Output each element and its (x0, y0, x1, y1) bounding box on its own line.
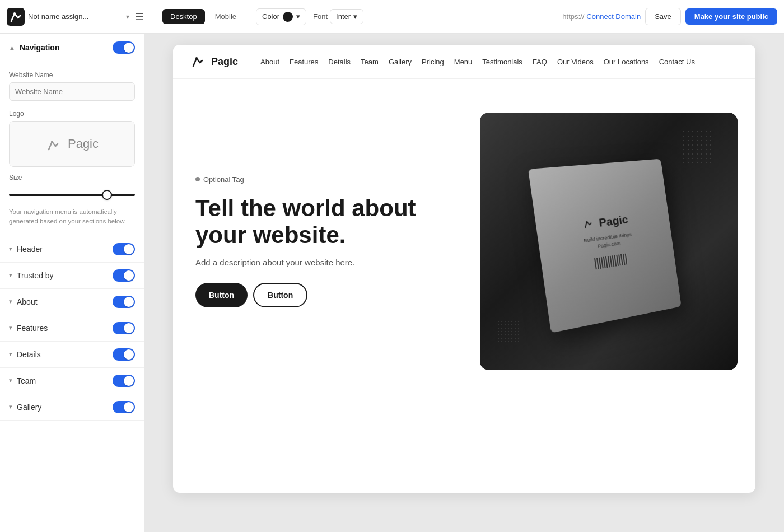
optional-tag: Optional Tag (195, 175, 458, 184)
about-chevron-icon: ▾ (9, 298, 12, 305)
navigation-section-header[interactable]: ▲ Navigation (0, 34, 144, 62)
logo-preview-inner: Pagic (45, 135, 99, 153)
color-chevron-icon: ▾ (296, 12, 300, 21)
nav-link-testimonials[interactable]: Testimonials (482, 58, 522, 66)
color-dot-icon (283, 12, 293, 22)
nav-link-faq[interactable]: FAQ (533, 58, 547, 66)
details-toggle[interactable] (113, 348, 135, 361)
website-name-field-label: Website Name (9, 71, 135, 79)
sidebar-item-gallery[interactable]: ▾ Gallery (0, 394, 144, 421)
hero-button-outline[interactable]: Button (253, 283, 307, 307)
tag-dot-icon (195, 177, 200, 181)
nav-link-about[interactable]: About (260, 58, 279, 66)
site-logo-text: Pagic (211, 56, 238, 68)
gallery-toggle[interactable] (113, 401, 135, 413)
sidebar-item-features[interactable]: ▾ Features (0, 315, 144, 342)
sidebar-item-trusted-by[interactable]: ▾ Trusted by (0, 263, 144, 289)
about-toggle[interactable] (113, 296, 135, 308)
nav-link-details[interactable]: Details (328, 58, 351, 66)
hero-title: Tell the world about your website. (195, 195, 458, 249)
navigation-label: Navigation (20, 43, 60, 52)
top-bar-center: Desktop Mobile Color ▾ Font Inter ▾ (156, 8, 558, 25)
font-selector-button[interactable]: Inter ▾ (330, 9, 363, 24)
logo-preview-text: Pagic (68, 137, 99, 151)
top-bar-left: Not name assign... ▾ ☰ (7, 0, 151, 33)
font-label: Font (313, 12, 328, 21)
connect-domain-link[interactable]: Connect Domain (586, 12, 641, 21)
logo-preview[interactable]: Pagic (9, 121, 135, 167)
color-label: Color (262, 12, 279, 21)
nav-link-menu[interactable]: Menu (454, 58, 473, 66)
size-label: Size (9, 174, 135, 181)
team-chevron-icon: ▾ (9, 377, 12, 384)
site-logo: Pagic (191, 54, 238, 69)
sidebar: ▲ Navigation Website Name Logo Pagic (0, 34, 144, 532)
features-chevron-icon: ▾ (9, 324, 12, 332)
hero-content: Optional Tag Tell the world about your w… (195, 175, 458, 308)
gallery-label: Gallery (17, 403, 41, 412)
hamburger-icon[interactable]: ☰ (135, 11, 144, 23)
nav-link-features[interactable]: Features (290, 58, 318, 66)
site-nav: Pagic About Features Details Team Galler… (173, 45, 755, 79)
header-toggle[interactable] (113, 243, 135, 255)
site-name-label: Not name assign... (28, 12, 123, 21)
size-slider[interactable] (9, 194, 135, 196)
nav-link-pricing[interactable]: Pricing (422, 58, 444, 66)
nav-link-contact[interactable]: Contact Us (659, 58, 695, 66)
font-value: Inter (336, 12, 351, 21)
product-box: Pagic Build incredible thingsPagic.com (528, 159, 682, 333)
top-bar: Not name assign... ▾ ☰ Desktop Mobile Co… (0, 0, 784, 34)
nav-hint: Your navigation menu is automatically ge… (9, 207, 135, 227)
site-name-chevron-icon[interactable]: ▾ (126, 13, 129, 21)
about-label: About (17, 297, 38, 306)
product-box-logo-text: Pagic (598, 213, 629, 230)
decoration-dots (682, 129, 715, 163)
details-chevron-icon: ▾ (9, 351, 12, 358)
svg-rect-0 (7, 8, 25, 26)
header-label: Header (17, 245, 43, 254)
svg-point-3 (195, 57, 198, 59)
product-box-logo: Pagic (582, 213, 629, 232)
nav-link-videos[interactable]: Our Videos (557, 58, 594, 66)
sidebar-item-gallery-left: ▾ Gallery (9, 403, 41, 412)
team-toggle[interactable] (113, 375, 135, 387)
sidebar-item-header-left: ▾ Header (9, 245, 43, 254)
navigation-chevron-icon: ▲ (9, 44, 15, 51)
tag-label: Optional Tag (203, 175, 244, 184)
trusted-by-toggle[interactable] (113, 269, 135, 282)
team-label: Team (17, 376, 36, 385)
mobile-tab[interactable]: Mobile (207, 9, 244, 24)
nav-link-gallery[interactable]: Gallery (389, 58, 412, 66)
save-button[interactable]: Save (645, 8, 681, 25)
nav-link-team[interactable]: Team (361, 58, 379, 66)
trusted-by-chevron-icon: ▾ (9, 272, 12, 279)
logo-preview-icon (45, 135, 63, 153)
features-label: Features (17, 324, 48, 333)
sidebar-item-trusted-by-left: ▾ Trusted by (9, 271, 54, 280)
url-prefix: https:// (562, 12, 584, 21)
sidebar-item-header[interactable]: ▾ Header (0, 236, 144, 263)
top-bar-right: https:// Connect Domain Save Make your s… (562, 8, 777, 25)
sidebar-item-about[interactable]: ▾ About (0, 289, 144, 315)
url-display: https:// Connect Domain (562, 12, 641, 21)
navigation-toggle[interactable] (113, 41, 135, 54)
features-toggle[interactable] (113, 322, 135, 334)
website-name-input[interactable] (9, 82, 135, 101)
site-logo-icon (191, 54, 207, 69)
decoration-dots-2 (497, 320, 519, 342)
sidebar-item-features-left: ▾ Features (9, 324, 48, 333)
sidebar-item-team[interactable]: ▾ Team (0, 368, 144, 394)
publish-button[interactable]: Make your site public (685, 8, 777, 25)
desktop-tab[interactable]: Desktop (162, 9, 205, 24)
hero-button-primary[interactable]: Button (195, 283, 248, 307)
svg-point-2 (51, 141, 53, 143)
navigation-section-content: Website Name Logo Pagic Size (0, 62, 144, 236)
color-picker-button[interactable]: Color ▾ (256, 8, 306, 25)
product-box-barcode (594, 253, 628, 269)
trusted-by-label: Trusted by (17, 271, 54, 280)
preview-area: Pagic About Features Details Team Galler… (144, 34, 784, 532)
sidebar-item-details[interactable]: ▾ Details (0, 342, 144, 368)
product-box-tagline: Build incredible thingsPagic.com (574, 230, 641, 253)
divider (250, 10, 250, 24)
nav-link-locations[interactable]: Our Locations (604, 58, 649, 66)
